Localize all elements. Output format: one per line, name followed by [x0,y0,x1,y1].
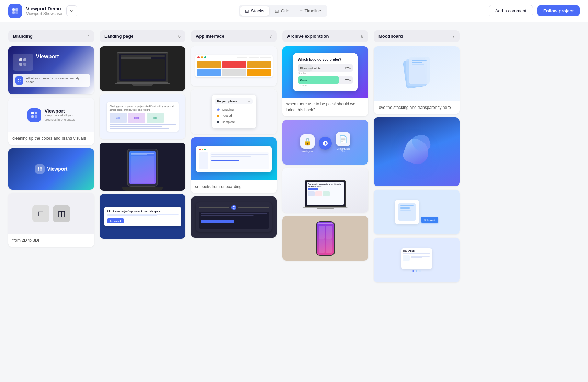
column-header-landing: Landing page 6 [100,30,185,42]
card-brand-3[interactable]: Viewport [8,148,94,190]
landing-image-3 [100,143,185,191]
column-archive: Archive exploration 8 Which logo do you … [282,30,368,282]
card-mood-3[interactable]: ⬡ Viewport [374,190,460,234]
column-title-archive: Archive exploration [287,34,329,39]
archive-image-3: Your creative community to get things to… [282,168,368,213]
column-header-moodboard: Moodboard 7 [374,30,460,42]
app-logo [8,4,22,18]
landing-image-2: Sharing your progress on projects is dif… [100,94,185,139]
svg-rect-17 [40,167,42,169]
mood-label-1: love the stacking and transparency here [374,101,460,114]
landing-image-1 [100,46,185,91]
mood-image-4: SKY VALUE [374,238,460,282]
card-landing-4[interactable]: Allll of your project's process in one t… [100,194,185,239]
grid-view-button[interactable]: ⊟ Grid [270,6,294,16]
svg-rect-15 [35,115,37,118]
card-brand-2[interactable]: Viewport Keep track of all yourprogress … [8,98,94,145]
brand-image-3: Viewport [8,148,94,190]
svg-rect-8 [18,79,19,80]
columns-wrapper: Branding 7 [8,30,580,282]
svg-rect-18 [38,169,39,171]
column-app-interface: App interface 7 [191,30,277,282]
card-brand-4[interactable]: □ ◫ from 2D to 3D! [8,193,94,247]
svg-rect-7 [23,63,26,66]
brand-image-2: Viewport Keep track of all yourprogress … [8,98,94,132]
card-landing-2[interactable]: Sharing your progress on projects is dif… [100,94,185,139]
card-landing-1[interactable] [100,46,185,91]
column-count-app: 7 [270,34,272,39]
svg-rect-9 [20,79,21,80]
column-title-app: App interface [196,34,224,39]
column-items-branding: Viewport Alll of your project's process … [8,46,94,247]
svg-rect-12 [31,112,34,114]
brand-image-1: Viewport Alll of your project's process … [8,46,94,94]
card-app-3[interactable]: snippets from onboarding [191,137,277,193]
column-branding: Branding 7 [8,30,94,282]
brand-label-2: cleaning up the colors and brand visuals [8,132,94,145]
svg-rect-13 [35,112,37,114]
svg-rect-4 [19,58,22,61]
timeline-icon: ≡ [299,8,302,14]
card-landing-3[interactable] [100,143,185,191]
card-archive-1[interactable]: Which logo do you prefer? Black and whit… [282,46,368,116]
svg-rect-2 [12,11,15,14]
svg-rect-11 [20,81,21,82]
grid-icon: ⊟ [275,8,279,14]
app-image-3 [191,137,277,180]
svg-rect-21 [234,206,235,207]
svg-rect-10 [18,81,19,82]
app-image-1 [191,46,277,86]
column-items-moodboard: love the stacking and transparency here [374,46,460,282]
svg-rect-22 [233,208,234,209]
view-switcher: ⊞ Stacks ⊟ Grid ≡ Timeline [239,5,327,17]
svg-rect-1 [15,8,18,11]
column-landing: Landing page 6 [100,30,185,282]
svg-rect-19 [40,169,42,171]
brand-image-4: □ ◫ [8,193,94,234]
column-header-branding: Branding 7 [8,30,94,42]
project-dropdown-button[interactable] [66,5,77,16]
column-header-archive: Archive exploration 8 [282,30,368,42]
archive-image-1: Which logo do you prefer? Black and whit… [282,46,368,98]
follow-project-button[interactable]: Follow project [537,5,580,16]
column-items-landing: Sharing your progress on projects is dif… [100,46,185,239]
column-moodboard: Moodboard 7 [374,30,460,282]
app-header: Viewport Demo Viewport Showcase ⊞ Stacks… [0,0,588,22]
svg-rect-20 [233,206,234,207]
column-count-landing: 6 [178,34,181,39]
svg-rect-16 [38,167,39,169]
grid-label: Grid [281,8,290,13]
mood-image-1 [374,46,460,101]
svg-rect-3 [15,11,18,14]
mood-image-2 [374,117,460,186]
column-items-app: Project phase Ongoing Paused [191,46,277,238]
card-app-4[interactable] [191,196,277,238]
svg-rect-5 [23,58,26,61]
card-mood-4[interactable]: SKY VALUE [374,238,460,282]
brand-label-4: from 2D to 3D! [8,234,94,247]
view-switcher-container: ⊞ Stacks ⊟ Grid ≡ Timeline [239,5,327,17]
card-archive-3[interactable]: Your creative community to get things to… [282,168,368,213]
svg-rect-0 [12,8,15,11]
card-mood-1[interactable]: love the stacking and transparency here [374,46,460,114]
archive-image-2: 🔒 No ads, ever 📄 Content, not files [282,120,368,165]
card-mood-2[interactable] [374,117,460,186]
card-brand-1[interactable]: Viewport Alll of your project's process … [8,46,94,94]
card-archive-4[interactable] [282,216,368,261]
stacks-view-button[interactable]: ⊞ Stacks [240,6,269,16]
svg-rect-23 [234,208,235,209]
mood-image-3: ⬡ Viewport [374,190,460,234]
card-app-2[interactable]: Project phase Ongoing Paused [191,89,277,134]
header-right: Add a comment Follow project [489,5,580,16]
card-archive-2[interactable]: 🔒 No ads, ever 📄 Content, not files [282,120,368,165]
project-name: Viewport Demo [26,6,62,11]
column-title-branding: Branding [13,34,33,39]
timeline-view-button[interactable]: ≡ Timeline [295,6,326,16]
project-info: Viewport Demo Viewport Showcase [26,6,62,16]
main-content: Branding 7 [0,22,588,291]
card-app-1[interactable] [191,46,277,86]
add-comment-button[interactable]: Add a comment [489,5,533,16]
svg-rect-14 [31,115,34,118]
column-count-archive: 8 [361,34,363,39]
archive-image-4 [282,216,368,261]
